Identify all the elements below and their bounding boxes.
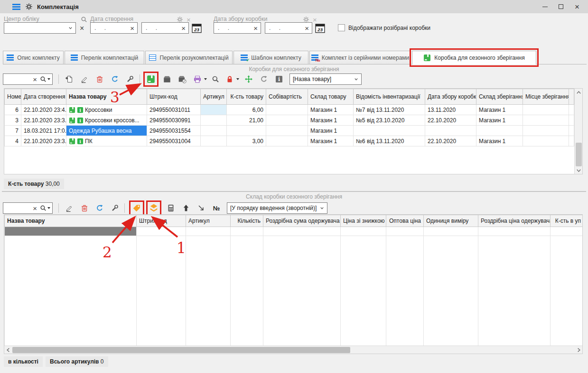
- clear-icon[interactable]: ×: [313, 16, 317, 23]
- cell-collect-date[interactable]: 13.11.2020: [425, 105, 476, 115]
- cell-inventory[interactable]: №7 від 13.11.2020: [354, 105, 425, 115]
- column-header[interactable]: Назва товару: [5, 215, 137, 227]
- table-row[interactable]: 622.10.2020 23:4...Кроссовки294955003101…: [5, 105, 574, 115]
- settings-button[interactable]: [124, 73, 136, 85]
- cell-cost[interactable]: [266, 105, 308, 115]
- cell-article[interactable]: [201, 105, 227, 115]
- search-icon[interactable]: [40, 205, 47, 211]
- print-options-caret[interactable]: [204, 78, 207, 80]
- settings-button[interactable]: [109, 202, 121, 214]
- column-header[interactable]: Одиниця виміру: [424, 215, 478, 227]
- tab-opys-komplektu[interactable]: Опис комплекту: [3, 51, 64, 64]
- maximize-button[interactable]: [553, 0, 569, 13]
- cell-qty[interactable]: 6,00: [227, 105, 266, 115]
- number-button[interactable]: №: [211, 202, 222, 214]
- column-header[interactable]: Оптова ціна: [386, 215, 424, 227]
- lock-button[interactable]: [224, 73, 235, 85]
- menu-icon[interactable]: [12, 4, 20, 10]
- tab-perelik-komplektatsii[interactable]: Перелік комплектацій: [65, 51, 144, 64]
- cell-cost[interactable]: [266, 136, 308, 146]
- clear-center-filter-button[interactable]: ×: [80, 24, 84, 33]
- table-cell[interactable]: [263, 227, 341, 236]
- search-document-button[interactable]: [210, 73, 221, 85]
- cell-created[interactable]: 22.10.2020 23:4...: [21, 105, 66, 115]
- table-cell[interactable]: [551, 227, 583, 236]
- column-header[interactable]: Собівартість: [266, 89, 308, 105]
- cell-storage[interactable]: Магазин 1: [476, 115, 523, 126]
- search-icon[interactable]: [40, 76, 47, 82]
- column-header[interactable]: Номер: [5, 89, 21, 105]
- boxes-vertical-scrollbar[interactable]: [574, 89, 582, 174]
- contents-horizontal-scrollbar[interactable]: [4, 346, 582, 354]
- column-header[interactable]: Ціна зі знижкою: [341, 215, 386, 227]
- scroll-down-button[interactable]: [575, 166, 583, 174]
- move-button[interactable]: [243, 73, 254, 85]
- cell-place[interactable]: [523, 126, 569, 136]
- cell-product-name[interactable]: Одежда Рубашка весна: [66, 126, 147, 136]
- clear-date-icon[interactable]: ×: [251, 25, 261, 32]
- table-cell[interactable]: [386, 227, 424, 236]
- column-header[interactable]: Кількість: [231, 215, 263, 227]
- cell-created[interactable]: 22.10.2020 23:3...: [21, 115, 66, 126]
- calendar-icon[interactable]: [315, 23, 325, 33]
- scanner-button[interactable]: [165, 202, 177, 214]
- column-header[interactable]: Артикул: [186, 215, 231, 227]
- cell-created[interactable]: 22.10.2020 23:3...: [21, 136, 66, 146]
- create-season-box-button[interactable]: [145, 73, 157, 85]
- cell-number[interactable]: 6: [5, 105, 21, 115]
- cell-barcode[interactable]: 2949550031004: [147, 136, 201, 146]
- cell-created[interactable]: 18.03.2021 17:0...: [21, 126, 66, 136]
- clear-search-icon[interactable]: ×: [30, 205, 40, 212]
- boxes-filter-column-combo[interactable]: [Назва товару]: [289, 73, 362, 85]
- tab-shablon-komplektu[interactable]: ✓ Шаблон комплекту: [233, 51, 308, 64]
- show-unpacked-boxes-checkbox[interactable]: [338, 24, 345, 31]
- cell-number[interactable]: 7: [5, 126, 21, 136]
- column-header[interactable]: Роздрібна сума одержувача: [263, 215, 341, 227]
- clear-date-icon[interactable]: ×: [302, 25, 312, 32]
- cell-barcode[interactable]: 2949550030991: [147, 115, 201, 126]
- column-header[interactable]: Артикул: [201, 89, 227, 105]
- scrollbar-thumb[interactable]: [12, 347, 350, 353]
- cell-stock[interactable]: Магазин 1: [308, 126, 354, 136]
- cell-place[interactable]: [523, 105, 569, 115]
- clear-search-icon[interactable]: ×: [30, 76, 40, 83]
- edit-button[interactable]: [79, 73, 90, 85]
- cell-number[interactable]: 4: [5, 136, 21, 146]
- cell-collect-date[interactable]: 22.10.2020: [425, 115, 476, 126]
- gear-icon[interactable]: [303, 16, 309, 23]
- gear-icon[interactable]: [177, 16, 183, 23]
- contents-sort-combo[interactable]: [У порядку введення (зворотній)]: [227, 202, 327, 214]
- date-created-from-input[interactable]: . . ×: [90, 22, 138, 34]
- move-up-button[interactable]: [180, 202, 192, 214]
- print-button[interactable]: [192, 73, 203, 85]
- cell-storage[interactable]: Магазин 1: [476, 136, 523, 146]
- cell-place[interactable]: [523, 115, 569, 126]
- table-row[interactable]: 718.03.2021 17:0...Одежда Рубашка весна2…: [5, 126, 574, 136]
- clear-date-icon[interactable]: ×: [178, 25, 188, 32]
- table-cell[interactable]: [341, 227, 386, 236]
- lock-options-caret[interactable]: [236, 78, 239, 80]
- edit-button[interactable]: [64, 202, 75, 214]
- move-down-button[interactable]: [196, 202, 207, 214]
- cell-qty[interactable]: 21,00: [227, 115, 266, 126]
- column-header[interactable]: Штрих-код: [147, 89, 201, 105]
- cell-cost[interactable]: [266, 126, 308, 136]
- add-document-button[interactable]: [64, 73, 75, 85]
- column-header[interactable]: К-сть товару: [227, 89, 266, 105]
- column-header[interactable]: Місце зберігання: [523, 89, 569, 105]
- column-header[interactable]: Роздрібна ціна одержувача: [478, 215, 551, 227]
- cell-inventory[interactable]: №5 від 23.10.2020: [354, 115, 425, 126]
- delete-button[interactable]: [94, 73, 105, 85]
- cell-storage[interactable]: Магазин 1: [476, 105, 523, 115]
- cell-place[interactable]: [523, 136, 569, 146]
- refresh-button[interactable]: [94, 202, 105, 214]
- scroll-right-button[interactable]: [575, 346, 582, 354]
- refresh-secondary-button[interactable]: [258, 73, 270, 85]
- column-header[interactable]: Штрих-код: [137, 215, 186, 227]
- cancel-box-button[interactable]: [177, 73, 188, 85]
- tab-perelik-rozukomplektatsii[interactable]: Перелік розукомплектацій: [145, 51, 233, 64]
- cell-barcode[interactable]: 2949550031011: [147, 105, 201, 115]
- table-cell[interactable]: [231, 227, 263, 236]
- close-box-button[interactable]: [161, 73, 173, 85]
- column-header[interactable]: К-сть в уп: [551, 215, 583, 227]
